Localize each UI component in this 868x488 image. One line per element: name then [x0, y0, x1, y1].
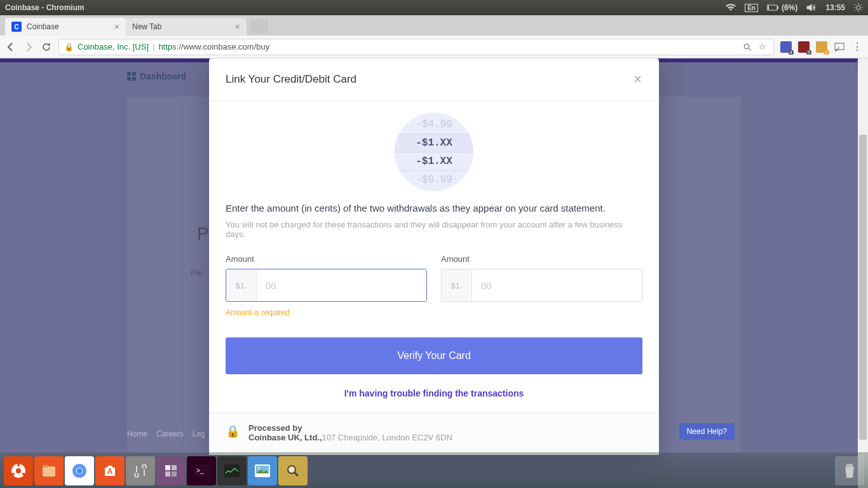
svg-rect-9: [132, 77, 136, 81]
launcher-files-icon[interactable]: [34, 456, 64, 485]
processed-by-label: Processed by: [248, 423, 452, 433]
processor-company: Coinbase UK, Ltd.,: [248, 433, 322, 442]
lock-icon: 🔒: [64, 43, 74, 51]
launcher-software-icon[interactable]: A: [95, 456, 125, 485]
page-viewport: Dashboard Pay Ple Home Careers Leg Need …: [0, 58, 868, 488]
window-title: Coinbase - Chromium: [5, 3, 726, 12]
svg-rect-33: [846, 464, 853, 466]
launcher-dash-icon[interactable]: [4, 456, 33, 485]
launcher-trash-icon[interactable]: [835, 456, 864, 485]
unity-launcher: A >_: [0, 452, 868, 488]
svg-rect-1: [777, 6, 778, 9]
launcher-image-icon[interactable]: [248, 456, 277, 485]
launcher-terminal-icon[interactable]: >_: [187, 456, 216, 485]
launcher-app-icon[interactable]: [156, 456, 186, 485]
close-tab-icon[interactable]: ×: [114, 22, 119, 32]
amount2-input[interactable]: [472, 269, 642, 301]
svg-rect-7: [132, 72, 136, 76]
verification-amounts-graphic: -$4.99 -$1.XX -$1.XX -$9.99: [395, 112, 473, 191]
need-help-button[interactable]: Need Help?: [679, 423, 735, 440]
new-tab-button[interactable]: [250, 20, 268, 34]
os-menubar: Coinbase - Chromium En (6%) 13:55: [0, 0, 868, 15]
svg-text:>_: >_: [196, 467, 204, 474]
bookmark-star-icon[interactable]: ☆: [757, 41, 768, 53]
wifi-icon[interactable]: [726, 4, 736, 11]
svg-rect-8: [127, 77, 131, 81]
amount1-error: Amount is required: [226, 308, 427, 317]
tab-coinbase[interactable]: C Coinbase ×: [5, 18, 126, 36]
vertical-scrollbar[interactable]: ▲▼: [858, 58, 868, 488]
launcher-chromium-icon[interactable]: [65, 456, 94, 485]
svg-rect-16: [43, 465, 48, 468]
zoom-icon[interactable]: [742, 41, 753, 53]
processor-address: 107 Cheapside, London EC2V 6DN: [322, 433, 452, 442]
volume-icon[interactable]: [806, 4, 817, 11]
instruction-text: Enter the amount (in cents) of the two w…: [226, 203, 642, 214]
svg-point-11: [16, 468, 21, 473]
svg-point-3: [857, 6, 860, 10]
back-button[interactable]: [5, 41, 17, 53]
svg-text:A: A: [107, 467, 113, 476]
coinbase-favicon-icon: C: [11, 22, 22, 32]
svg-rect-22: [165, 465, 170, 470]
svg-rect-5: [835, 43, 844, 50]
amount2-prefix: $1.: [442, 269, 472, 301]
svg-rect-25: [172, 471, 177, 477]
forward-button: [23, 41, 34, 53]
svg-rect-6: [127, 72, 131, 76]
launcher-settings-icon[interactable]: [126, 456, 155, 485]
settings-gear-icon[interactable]: [854, 3, 863, 12]
launcher-monitor-icon[interactable]: [217, 456, 247, 485]
nav-dashboard[interactable]: Dashboard: [127, 71, 186, 81]
trouble-link[interactable]: I'm having trouble finding the transacti…: [226, 388, 642, 398]
svg-point-14: [22, 473, 25, 475]
dashboard-icon: [127, 72, 136, 81]
svg-point-4: [744, 44, 749, 49]
url-input[interactable]: 🔒 Coinbase, Inc. [US] | https://www.coin…: [58, 39, 774, 55]
extension-icon[interactable]: 4: [780, 41, 792, 53]
amount1-label: Amount: [226, 254, 427, 264]
extension-icon[interactable]: 5: [798, 41, 810, 53]
tab-newtab[interactable]: New Tab ×: [126, 18, 247, 36]
amount2-label: Amount: [441, 254, 642, 264]
svg-rect-23: [172, 465, 177, 470]
battery-indicator[interactable]: (6%): [767, 3, 797, 12]
tab-strip: C Coinbase × New Tab ×: [0, 15, 868, 36]
close-tab-icon[interactable]: ×: [235, 22, 240, 32]
amount1-prefix: $1.: [226, 269, 257, 301]
svg-rect-24: [165, 471, 170, 477]
svg-point-31: [258, 467, 261, 470]
address-bar: 🔒 Coinbase, Inc. [US] | https://www.coin…: [0, 36, 868, 58]
lock-icon: 🔒: [226, 424, 240, 438]
cast-icon[interactable]: [834, 41, 845, 53]
svg-point-19: [77, 468, 82, 473]
modal-title: Link Your Credit/Debit Card: [226, 73, 356, 86]
reload-button[interactable]: [41, 41, 52, 53]
chrome-menu-icon[interactable]: ⋮: [851, 41, 863, 53]
link-card-modal: Link Your Credit/Debit Card ✕ -$4.99 -$1…: [209, 58, 659, 455]
launcher-search-icon[interactable]: [278, 456, 308, 485]
svg-rect-15: [43, 466, 55, 477]
svg-point-13: [12, 473, 15, 475]
language-indicator[interactable]: En: [745, 4, 758, 12]
amount1-input[interactable]: [257, 269, 426, 301]
svg-point-12: [17, 464, 20, 466]
svg-rect-2: [768, 6, 769, 10]
clock[interactable]: 13:55: [825, 3, 845, 12]
sub-instruction-text: You will not be charged for these transa…: [226, 220, 642, 239]
close-icon[interactable]: ✕: [633, 72, 642, 86]
extension-icon[interactable]: 1: [816, 41, 827, 53]
verify-card-button[interactable]: Verify Your Card: [226, 337, 642, 374]
footer-links: Home Careers Leg: [127, 430, 205, 438]
